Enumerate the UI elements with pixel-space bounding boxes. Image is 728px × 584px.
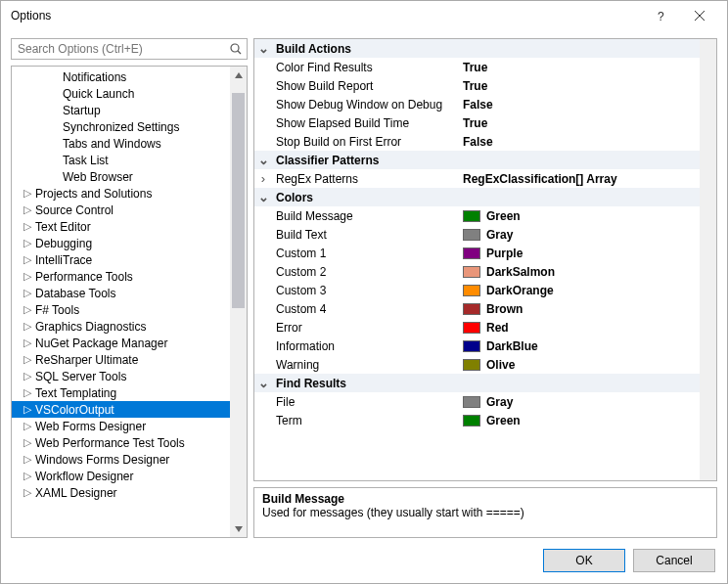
search-icon[interactable] [229,42,243,56]
expand-icon[interactable]: ▷ [22,403,33,416]
property-row[interactable]: ›RegEx PatternsRegExClassification[] Arr… [254,169,700,188]
property-row[interactable]: Custom 2DarkSalmon [254,262,700,281]
scroll-down-icon[interactable] [230,520,247,537]
cancel-button[interactable]: Cancel [633,549,715,572]
tree-item[interactable]: ▷XAML Designer [12,484,230,501]
property-value[interactable]: Red [463,321,700,335]
tree-item[interactable]: ▷Text Editor [12,218,230,235]
property-category[interactable]: ⌄Build Actions [254,39,700,58]
property-row[interactable]: Custom 1Purple [254,244,700,262]
property-value[interactable]: Green [463,209,700,223]
expand-icon[interactable]: ▷ [22,287,33,299]
property-row[interactable]: Color Find ResultsTrue [254,58,700,76]
tree-scrollbar[interactable] [230,67,247,537]
property-value[interactable]: RegExClassification[] Array [463,172,700,186]
property-row[interactable]: Show Build ReportTrue [254,76,700,95]
expand-icon[interactable]: ▷ [22,303,33,316]
expand-icon[interactable]: ▷ [22,337,33,349]
expand-collapse-icon[interactable]: ⌄ [254,190,272,204]
property-category[interactable]: ⌄Find Results [254,374,700,392]
expand-collapse-icon[interactable]: ⌄ [254,41,272,56]
tree-item[interactable]: ▷Database Tools [12,285,230,301]
property-value[interactable]: Green [463,414,700,427]
expand-icon[interactable]: ▷ [22,453,33,466]
tree-item[interactable]: ▷Web Forms Designer [12,418,230,434]
expand-icon[interactable]: ▷ [22,436,33,449]
property-value[interactable]: True [463,116,700,130]
expand-icon[interactable]: ▷ [22,187,33,200]
expand-collapse-icon[interactable]: ⌄ [254,153,272,167]
property-value[interactable]: DarkSalmon [463,265,700,279]
property-row[interactable]: ErrorRed [254,318,700,337]
property-row[interactable]: Build TextGray [254,225,700,244]
tree-item[interactable]: ▷IntelliTrace [12,251,230,268]
property-row[interactable]: Custom 4Brown [254,299,700,318]
property-value[interactable]: Gray [463,228,700,242]
tree-item[interactable]: Synchronized Settings [12,118,230,135]
ok-button[interactable]: OK [543,549,625,572]
tree-item[interactable]: ▷Workflow Designer [12,468,230,484]
expand-icon[interactable]: ▷ [22,470,33,482]
property-category[interactable]: ⌄Classifier Patterns [254,151,700,169]
expand-icon[interactable]: ▷ [22,253,33,266]
property-value[interactable]: False [463,135,700,149]
property-value[interactable]: Olive [463,358,700,372]
expand-icon[interactable]: ▷ [22,203,33,216]
expand-icon[interactable]: ▷ [22,320,33,333]
tree-item[interactable]: ▷Debugging [12,235,230,251]
property-row[interactable]: Custom 3DarkOrange [254,281,700,299]
property-row[interactable]: Build MessageGreen [254,206,700,225]
tree-item[interactable]: Tabs and Windows [12,135,230,152]
tree-item[interactable]: ▷Projects and Solutions [12,185,230,202]
expand-icon[interactable]: ▷ [22,420,33,432]
property-value[interactable]: Brown [463,302,700,316]
tree-item[interactable]: Web Browser [12,168,230,185]
property-row[interactable]: InformationDarkBlue [254,337,700,355]
expand-icon[interactable]: ▷ [22,237,33,249]
tree-item[interactable]: ▷VSColorOutput [12,401,230,418]
scroll-up-icon[interactable] [230,67,247,83]
search-input-wrap[interactable] [11,38,248,60]
property-value[interactable]: False [463,98,700,112]
tree-item[interactable]: Startup [12,102,230,118]
expand-icon[interactable]: ▷ [22,486,33,499]
property-value[interactable]: True [463,79,700,93]
property-value[interactable]: Gray [463,395,700,409]
expand-icon[interactable]: ▷ [22,353,33,366]
search-input[interactable] [16,41,229,57]
scroll-thumb[interactable] [232,93,245,308]
tree-item[interactable]: ▷Performance Tools [12,268,230,285]
property-value[interactable]: Purple [463,247,700,260]
property-category[interactable]: ⌄Colors [254,188,700,206]
property-row[interactable]: Stop Build on First ErrorFalse [254,132,700,151]
close-button[interactable] [680,1,719,30]
tree-item[interactable]: ▷Graphics Diagnostics [12,318,230,335]
expand-icon[interactable]: ▷ [22,386,33,399]
expand-icon[interactable]: ▷ [22,370,33,382]
property-row[interactable]: TermGreen [254,411,700,429]
property-row[interactable]: WarningOlive [254,355,700,374]
tree-item[interactable]: ▷Web Performance Test Tools [12,434,230,451]
grid-scrollbar[interactable] [700,39,716,480]
tree-item[interactable]: ▷Windows Forms Designer [12,451,230,468]
help-button[interactable]: ? [641,1,680,30]
property-row[interactable]: Show Debug Window on DebugFalse [254,95,700,113]
tree-item[interactable]: ▷NuGet Package Manager [12,335,230,351]
expand-icon[interactable]: ▷ [22,220,33,233]
expand-collapse-icon[interactable]: › [254,171,272,186]
expand-collapse-icon[interactable]: ⌄ [254,376,272,390]
property-row[interactable]: FileGray [254,392,700,411]
expand-icon[interactable]: ▷ [22,270,33,283]
property-value[interactable]: DarkBlue [463,339,700,353]
tree-item[interactable]: Notifications [12,68,230,85]
tree-item[interactable]: ▷SQL Server Tools [12,368,230,384]
tree-item[interactable]: ▷ReSharper Ultimate [12,351,230,368]
property-value[interactable]: DarkOrange [463,284,700,297]
tree-item[interactable]: ▷Text Templating [12,384,230,401]
tree-item[interactable]: ▷Source Control [12,202,230,218]
property-value[interactable]: True [463,61,700,74]
tree-item[interactable]: ▷F# Tools [12,301,230,318]
tree-item[interactable]: Task List [12,152,230,168]
property-row[interactable]: Show Elapsed Build TimeTrue [254,113,700,132]
tree-item[interactable]: Quick Launch [12,85,230,102]
